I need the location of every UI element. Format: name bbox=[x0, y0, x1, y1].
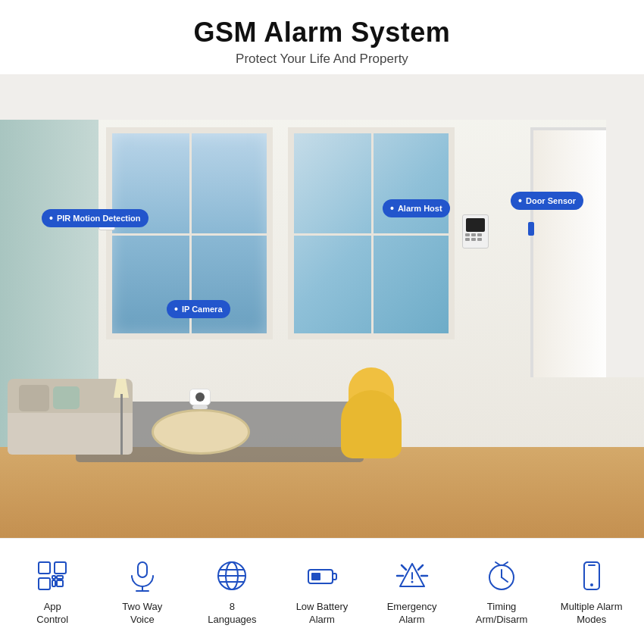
tooltip-alarm: Alarm Host bbox=[383, 199, 450, 217]
wall-right bbox=[606, 74, 644, 377]
svg-point-18 bbox=[411, 580, 413, 583]
svg-rect-14 bbox=[333, 574, 336, 580]
feature-two-way-voice: Two WayVoice bbox=[102, 557, 182, 627]
coffee-table bbox=[152, 409, 250, 455]
room-scene: PIR Motion Detection IP Camera Alarm Hos… bbox=[0, 74, 644, 538]
door-right bbox=[530, 127, 614, 377]
feature-timing: TimingArm/Disarm bbox=[462, 557, 542, 627]
features-bar: AppControl Two WayVoice bbox=[0, 538, 644, 644]
battery-icon bbox=[303, 557, 341, 595]
alarm-panel bbox=[462, 214, 489, 249]
phone-icon bbox=[573, 557, 611, 595]
lamp bbox=[114, 379, 129, 455]
svg-rect-5 bbox=[52, 580, 55, 586]
header: GSM Alarm System Protect Your Life And P… bbox=[0, 0, 644, 74]
feature-languages: 8Languages bbox=[192, 557, 272, 627]
ceiling bbox=[0, 74, 644, 120]
low-battery-label: Low BatteryAlarm bbox=[296, 601, 349, 627]
emergency-alarm-label: EmergencyAlarm bbox=[387, 601, 437, 627]
svg-rect-4 bbox=[57, 576, 63, 579]
svg-line-21 bbox=[502, 577, 508, 582]
languages-label: 8Languages bbox=[208, 601, 256, 627]
tooltip-pir: PIR Motion Detection bbox=[42, 209, 148, 227]
svg-rect-3 bbox=[57, 580, 63, 586]
app-control-label: AppControl bbox=[36, 601, 68, 627]
main-container: GSM Alarm System Protect Your Life And P… bbox=[0, 0, 644, 644]
svg-rect-0 bbox=[39, 562, 50, 574]
svg-line-22 bbox=[496, 562, 500, 565]
siren-icon bbox=[393, 557, 431, 595]
clock-icon bbox=[483, 557, 521, 595]
main-title: GSM Alarm System bbox=[15, 17, 629, 48]
door-sensor bbox=[528, 222, 534, 236]
chair bbox=[333, 367, 409, 458]
ip-camera bbox=[189, 386, 212, 413]
timing-label: TimingArm/Disarm bbox=[476, 601, 528, 627]
feature-multiple-alarm: Multiple AlarmModes bbox=[552, 557, 631, 627]
svg-rect-2 bbox=[39, 578, 50, 589]
feature-low-battery: Low BatteryAlarm bbox=[282, 557, 361, 627]
globe-icon bbox=[213, 557, 251, 595]
feature-emergency-alarm: EmergencyAlarm bbox=[372, 557, 452, 627]
window-right bbox=[288, 127, 455, 339]
svg-rect-7 bbox=[138, 562, 147, 577]
feature-app-control: AppControl bbox=[13, 557, 92, 627]
svg-rect-1 bbox=[55, 562, 66, 574]
svg-rect-15 bbox=[311, 573, 320, 580]
subtitle: Protect Your Life And Property bbox=[15, 52, 629, 67]
svg-line-23 bbox=[503, 562, 508, 565]
microphone-icon bbox=[123, 557, 161, 595]
svg-rect-6 bbox=[52, 576, 55, 579]
tooltip-camera: IP Camera bbox=[167, 300, 230, 318]
svg-point-26 bbox=[590, 583, 593, 586]
multiple-alarm-label: Multiple AlarmModes bbox=[561, 601, 623, 627]
app-icon bbox=[33, 557, 71, 595]
two-way-voice-label: Two WayVoice bbox=[122, 601, 162, 627]
tooltip-door: Door Sensor bbox=[511, 192, 583, 210]
